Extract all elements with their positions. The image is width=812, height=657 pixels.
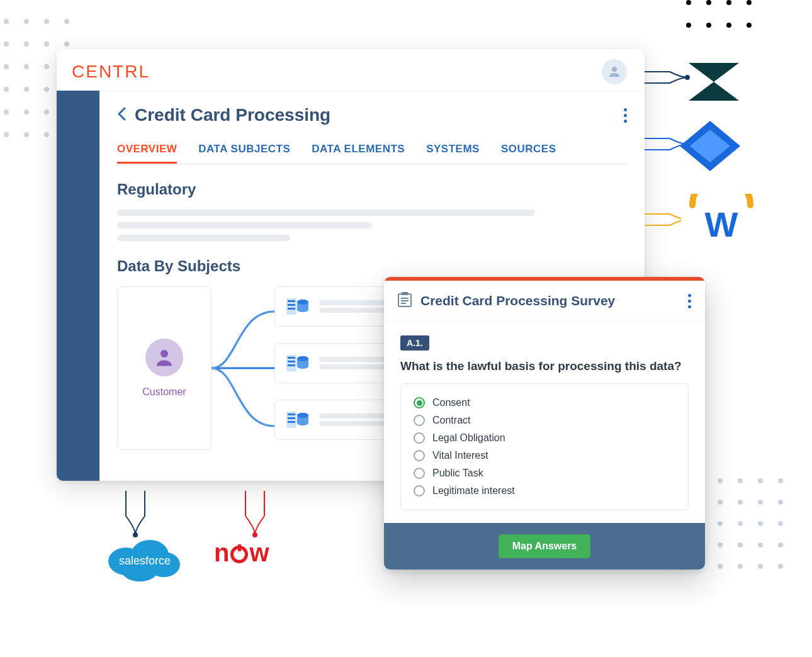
integration-salesforce: salesforce	[101, 530, 189, 587]
radio-icon	[414, 485, 425, 497]
tab-sources[interactable]: SOURCES	[501, 143, 556, 164]
svg-point-13	[297, 356, 308, 361]
chevron-left-icon	[117, 107, 126, 121]
svg-rect-15	[288, 413, 295, 415]
svg-marker-35	[689, 82, 739, 101]
svg-point-0	[612, 67, 617, 72]
map-answers-button[interactable]: Map Answers	[499, 534, 591, 558]
jira-icon	[680, 121, 740, 171]
radio-icon	[414, 397, 425, 408]
subject-label: Customer	[142, 386, 186, 398]
tab-bar: OVERVIEW DATA SUBJECTS DATA ELEMENTS SYS…	[117, 143, 627, 164]
now-w: w	[249, 539, 269, 567]
radio-icon	[414, 432, 425, 444]
diagram-connector	[211, 286, 274, 450]
svg-rect-3	[288, 300, 295, 302]
svg-rect-4	[288, 304, 295, 306]
svg-point-1	[161, 350, 168, 357]
radio-icon	[414, 415, 425, 426]
database-icon	[285, 296, 310, 317]
section-dbs-heading: Data By Subjects	[117, 257, 627, 275]
option-public-task[interactable]: Public Task	[414, 464, 675, 482]
person-icon	[153, 346, 176, 369]
now-n: n	[214, 539, 229, 567]
survey-title: Credit Card Processing Survey	[420, 293, 615, 308]
page-title: Credit Card Processing	[135, 105, 330, 125]
integration-zendesk	[689, 63, 739, 103]
option-label: Legal Obligation	[432, 432, 505, 444]
survey-footer: Map Answers	[384, 523, 705, 570]
connector-servicenow	[239, 491, 277, 541]
back-button[interactable]	[117, 106, 126, 125]
integration-jira	[680, 121, 740, 174]
power-icon	[230, 546, 248, 563]
radio-icon	[414, 450, 425, 461]
option-label: Vital Interest	[432, 450, 488, 461]
option-legal-obligation[interactable]: Legal Obligation	[414, 429, 675, 447]
connector-zendesk	[645, 65, 695, 91]
tab-data-elements[interactable]: DATA ELEMENTS	[312, 143, 405, 164]
database-icon	[285, 409, 310, 430]
integration-servicenow: nw	[214, 539, 269, 567]
option-vital-interest[interactable]: Vital Interest	[414, 447, 675, 464]
svg-rect-5	[288, 308, 295, 310]
option-legitimate-interest[interactable]: Legitimate interest	[414, 482, 675, 500]
tab-overview[interactable]: OVERVIEW	[117, 143, 177, 164]
kebab-icon	[624, 108, 627, 123]
svg-point-26	[252, 532, 257, 537]
radio-icon	[414, 468, 425, 479]
option-label: Contract	[432, 415, 470, 426]
decor-dots-top-right	[686, 0, 752, 28]
page-actions-menu[interactable]	[624, 108, 627, 123]
person-icon	[607, 64, 622, 79]
svg-rect-21	[402, 292, 408, 295]
survey-popover: Credit Card Processing Survey A.1. What …	[384, 277, 705, 570]
option-contract[interactable]: Contract	[414, 412, 675, 429]
option-label: Public Task	[432, 468, 483, 479]
integration-label: salesforce	[119, 554, 171, 567]
svg-rect-9	[288, 357, 295, 359]
database-icon	[285, 352, 310, 374]
svg-text:W: W	[705, 205, 738, 244]
brand-logo: CENTRL	[72, 62, 150, 82]
section-regulatory-heading: Regulatory	[117, 181, 627, 198]
tab-data-subjects[interactable]: DATA SUBJECTS	[198, 143, 290, 164]
integration-workday: W	[681, 194, 762, 247]
survey-icon	[398, 292, 412, 310]
window-header: CENTRL	[57, 49, 645, 91]
svg-marker-34	[689, 63, 739, 82]
user-avatar[interactable]	[602, 59, 627, 84]
svg-rect-10	[288, 361, 295, 362]
subject-card-customer[interactable]: Customer	[117, 286, 211, 450]
option-label: Consent	[432, 397, 470, 408]
survey-actions-menu[interactable]	[688, 294, 691, 308]
svg-rect-17	[288, 421, 295, 423]
option-label: Legitimate interest	[432, 485, 515, 497]
zendesk-icon	[689, 63, 739, 101]
tab-systems[interactable]: SYSTEMS	[426, 143, 480, 164]
workday-icon: W	[681, 194, 762, 247]
options-group: Consent Contract Legal Obligation Vital …	[400, 383, 689, 510]
subject-avatar	[145, 339, 183, 376]
svg-rect-16	[288, 417, 295, 419]
svg-rect-11	[288, 364, 295, 366]
decor-dots-bottom-right	[718, 478, 783, 569]
question-id-badge: A.1.	[400, 335, 429, 351]
side-rail	[57, 91, 99, 481]
svg-point-7	[297, 300, 308, 305]
svg-point-19	[297, 413, 308, 418]
option-consent[interactable]: Consent	[414, 394, 675, 412]
kebab-icon	[688, 294, 691, 308]
regulatory-placeholder	[117, 210, 627, 241]
question-text: What is the lawful basis for processing …	[400, 359, 689, 373]
